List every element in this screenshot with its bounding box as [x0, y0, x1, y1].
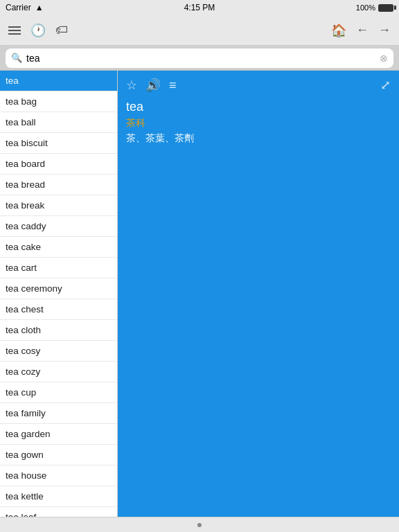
list-item[interactable]: tea chest	[0, 299, 117, 320]
search-input[interactable]	[26, 53, 375, 64]
speaker-icon[interactable]: 🔊	[145, 78, 161, 93]
list-detail-icon[interactable]: ≡	[169, 78, 177, 93]
tab-dot	[197, 523, 202, 527]
list-item[interactable]: tea cake	[0, 237, 117, 258]
list-item[interactable]: tea cosy	[0, 341, 117, 362]
list-item[interactable]: tea gown	[0, 445, 117, 466]
list-item[interactable]: tea caddy	[0, 216, 117, 237]
detail-toolbar: ☆ 🔊 ≡ ⤢	[126, 78, 391, 93]
wifi-icon: ▲	[35, 3, 44, 12]
bookmark-icon[interactable]: 🏷	[55, 23, 68, 37]
detail-word: tea	[126, 100, 391, 114]
list-item[interactable]: tea leaf	[0, 507, 117, 517]
list-panel: teatea bagtea balltea biscuittea boardte…	[0, 71, 118, 517]
status-bar-right: 100%	[356, 3, 393, 12]
list-item[interactable]: tea bag	[0, 91, 117, 112]
list-item[interactable]: tea ball	[0, 112, 117, 133]
list-item[interactable]: tea biscuit	[0, 133, 117, 154]
nav-bar: 🕐 🏷 🏠 ← →	[0, 15, 399, 46]
status-bar-left: Carrier ▲	[6, 3, 44, 12]
detail-phonetic: 茶科	[126, 117, 391, 130]
menu-icon[interactable]	[8, 26, 21, 35]
list-item[interactable]: tea	[0, 71, 117, 91]
list-item[interactable]: tea garden	[0, 424, 117, 445]
main-content: teatea bagtea balltea biscuittea boardte…	[0, 71, 399, 517]
search-icon: 🔍	[11, 53, 22, 63]
search-bar: 🔍 ⊗	[0, 46, 399, 71]
list-item[interactable]: tea bread	[0, 175, 117, 195]
list-item[interactable]: tea kettle	[0, 486, 117, 507]
detail-panel: ☆ 🔊 ≡ ⤢ tea 茶科 茶、茶葉、茶劑	[118, 71, 399, 517]
list-item[interactable]: tea board	[0, 154, 117, 175]
detail-definition: 茶、茶葉、茶劑	[126, 132, 391, 145]
list-item[interactable]: tea family	[0, 403, 117, 424]
nav-bar-right: 🏠 ← →	[331, 23, 391, 38]
status-bar: Carrier ▲ 4:15 PM 100%	[0, 0, 399, 15]
forward-icon[interactable]: →	[378, 23, 391, 37]
status-bar-time: 4:15 PM	[184, 3, 215, 12]
search-wrapper[interactable]: 🔍 ⊗	[6, 48, 393, 68]
list-item[interactable]: tea break	[0, 195, 117, 216]
favorite-icon[interactable]: ☆	[126, 78, 137, 93]
carrier-label: Carrier	[6, 3, 31, 12]
nav-bar-left: 🕐 🏷	[8, 23, 68, 38]
home-icon[interactable]: 🏠	[331, 23, 346, 38]
list-item[interactable]: tea cart	[0, 258, 117, 278]
back-icon[interactable]: ←	[356, 23, 369, 37]
list-item[interactable]: tea house	[0, 466, 117, 486]
list-item[interactable]: tea ceremony	[0, 278, 117, 299]
list-item[interactable]: tea cozy	[0, 362, 117, 382]
history-icon[interactable]: 🕐	[30, 23, 46, 38]
battery-icon	[378, 4, 393, 12]
battery-label: 100%	[356, 3, 375, 12]
expand-icon[interactable]: ⤢	[380, 78, 391, 93]
search-clear-icon[interactable]: ⊗	[380, 53, 388, 64]
list-item[interactable]: tea cup	[0, 382, 117, 403]
list-item[interactable]: tea cloth	[0, 320, 117, 341]
tab-bar	[0, 517, 399, 532]
